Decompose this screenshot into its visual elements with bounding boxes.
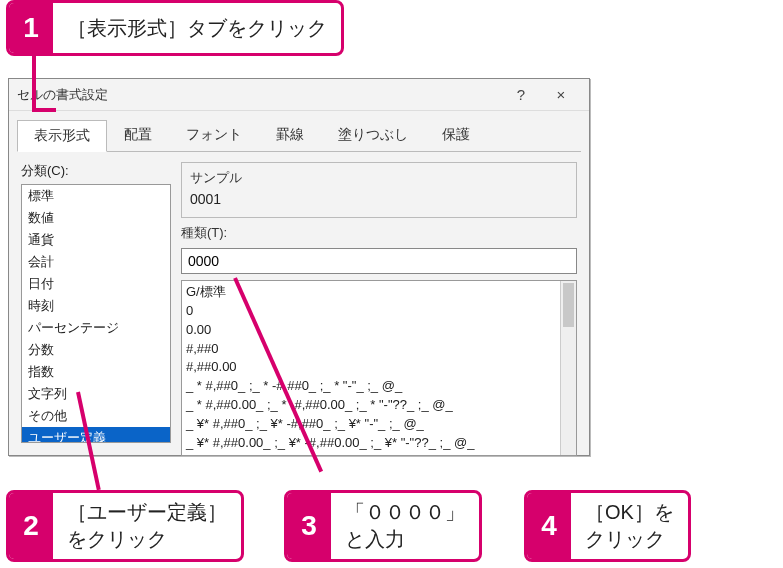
callout-2: 2 ［ユーザー定義］ をクリック	[6, 490, 244, 562]
close-button[interactable]: ×	[541, 82, 581, 108]
category-label: 分類(C):	[21, 162, 171, 180]
category-item[interactable]: パーセンテージ	[22, 317, 170, 339]
tab-alignment[interactable]: 配置	[107, 119, 169, 151]
callout-1: 1 ［表示形式］タブをクリック	[6, 0, 344, 56]
category-item[interactable]: 分数	[22, 339, 170, 361]
sample-label: サンプル	[190, 169, 568, 187]
callout-2-number: 2	[9, 493, 53, 559]
format-cells-dialog: セルの書式設定 ? × 表示形式 配置 フォント 罫線 塗りつぶし 保護 分類(…	[8, 78, 590, 456]
help-button[interactable]: ?	[501, 82, 541, 108]
format-detail-column: サンプル 0001 種類(T): G/標準 0 0.00 #,##0 #,##0…	[181, 162, 577, 443]
number-format-pane: 分類(C): 標準 数値 通貨 会計 日付 時刻 パーセンテージ 分数 指数 文…	[17, 151, 581, 447]
callout-4-number: 4	[527, 493, 571, 559]
callout-3-number: 3	[287, 493, 331, 559]
tab-number-format[interactable]: 表示形式	[17, 120, 107, 152]
tab-fill[interactable]: 塗りつぶし	[321, 119, 425, 151]
dialog-titlebar: セルの書式設定 ? ×	[9, 79, 589, 111]
callout-4-text: ［OK］を クリック	[571, 493, 688, 559]
sample-group: サンプル 0001	[181, 162, 577, 218]
callout-2-text: ［ユーザー定義］ をクリック	[53, 493, 241, 559]
category-list[interactable]: 標準 数値 通貨 会計 日付 時刻 パーセンテージ 分数 指数 文字列 その他 …	[21, 184, 171, 443]
callout-1-leader-v	[32, 56, 36, 108]
tab-protection[interactable]: 保護	[425, 119, 487, 151]
category-item[interactable]: その他	[22, 405, 170, 427]
callout-1-number: 1	[9, 3, 53, 53]
category-item[interactable]: 文字列	[22, 383, 170, 405]
scrollbar-thumb[interactable]	[563, 283, 574, 327]
dialog-tabs: 表示形式 配置 フォント 罫線 塗りつぶし 保護	[9, 111, 589, 151]
type-input[interactable]	[181, 248, 577, 274]
category-item[interactable]: 時刻	[22, 295, 170, 317]
type-label: 種類(T):	[181, 224, 577, 242]
format-list[interactable]: G/標準 0 0.00 #,##0 #,##0.00 _ * #,##0_ ;_…	[181, 280, 577, 456]
callout-3-text: 「００００」 と入力	[331, 493, 479, 559]
category-item-custom[interactable]: ユーザー定義	[22, 427, 170, 443]
category-column: 分類(C): 標準 数値 通貨 会計 日付 時刻 パーセンテージ 分数 指数 文…	[21, 162, 171, 443]
category-item[interactable]: 指数	[22, 361, 170, 383]
tab-font[interactable]: フォント	[169, 119, 259, 151]
sample-value: 0001	[190, 187, 568, 207]
callout-4: 4 ［OK］を クリック	[524, 490, 691, 562]
dialog-title: セルの書式設定	[17, 86, 501, 104]
category-item[interactable]: 日付	[22, 273, 170, 295]
tab-border[interactable]: 罫線	[259, 119, 321, 151]
callout-1-leader-h	[32, 108, 56, 112]
category-item[interactable]: 数値	[22, 207, 170, 229]
format-list-scrollbar[interactable]	[560, 281, 576, 455]
format-list-wrap: G/標準 0 0.00 #,##0 #,##0.00 _ * #,##0_ ;_…	[181, 280, 577, 456]
category-item[interactable]: 標準	[22, 185, 170, 207]
callout-1-text: ［表示形式］タブをクリック	[53, 3, 341, 53]
category-item[interactable]: 通貨	[22, 229, 170, 251]
callout-3: 3 「００００」 と入力	[284, 490, 482, 562]
category-item[interactable]: 会計	[22, 251, 170, 273]
